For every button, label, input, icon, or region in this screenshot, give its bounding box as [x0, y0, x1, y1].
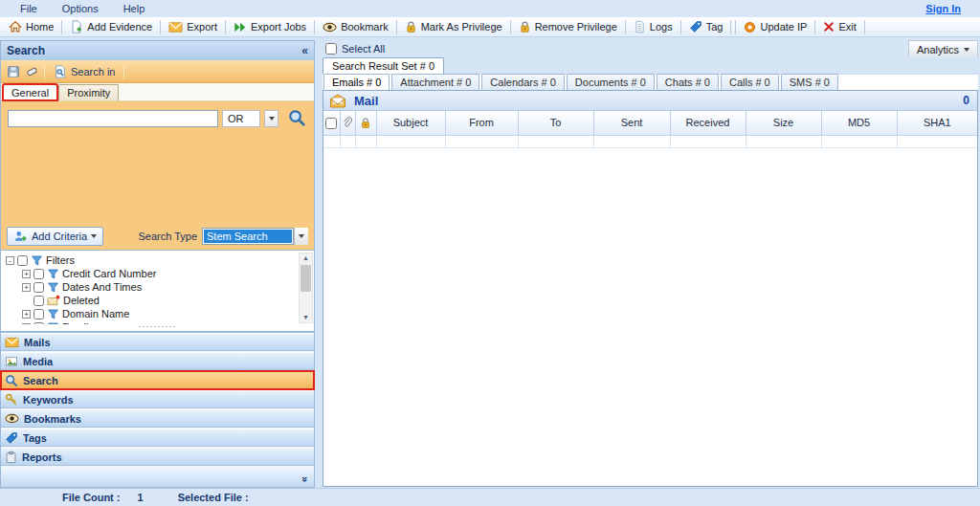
header-select-checkbox[interactable] [325, 118, 337, 129]
tree-expander-icon[interactable]: + [22, 283, 31, 292]
menu-file[interactable]: File [8, 2, 50, 16]
toolbar-separator [814, 20, 815, 34]
search-query-input[interactable] [8, 110, 218, 127]
select-all-control[interactable]: Select All [323, 43, 385, 55]
operator-dropdown-arrow[interactable] [264, 110, 278, 127]
toolbar-separator [61, 20, 62, 34]
column-header-size[interactable]: Size [746, 111, 821, 135]
column-header-sha1[interactable]: SHA1 [897, 111, 977, 135]
toolbar-separator [735, 20, 736, 34]
splitter-handle[interactable]: ·········· [1, 324, 314, 331]
file-count-value: 1 [138, 492, 144, 503]
column-header-md5[interactable]: MD5 [821, 111, 897, 135]
operator-select[interactable]: OR [222, 110, 260, 127]
scroll-up-icon[interactable]: ▲ [302, 253, 309, 263]
sidebar-item-tags[interactable]: Tags [1, 429, 314, 447]
home-button[interactable]: Home [3, 18, 59, 36]
key-icon [5, 393, 18, 406]
tab-attachment[interactable]: Attachment # 0 [391, 74, 479, 90]
tree-checkbox[interactable] [33, 296, 44, 306]
remove-privilege-label: Remove Privilege [535, 21, 617, 33]
chevron-down-icon [91, 234, 97, 238]
mark-as-privilege-button[interactable]: Mark As Privilege [399, 18, 508, 36]
column-header-to[interactable]: To [518, 111, 593, 135]
search-panel-title: Search [7, 44, 45, 57]
tab-sms[interactable]: SMS # 0 [781, 74, 838, 90]
tab-calendars[interactable]: Calendars # 0 [481, 74, 565, 90]
menu-help[interactable]: Help [111, 2, 158, 16]
tree-item-label: Credit Card Number [62, 268, 156, 279]
tree-expander-icon[interactable]: + [22, 270, 31, 278]
save-icon[interactable] [7, 65, 20, 78]
exit-button[interactable]: Exit [817, 18, 861, 36]
tab-calls[interactable]: Calls # 0 [721, 74, 779, 90]
tab-proximity[interactable]: Proximity [58, 84, 119, 100]
search-mode-tabs: General Proximity [1, 83, 314, 101]
header-attachment-cell[interactable] [340, 111, 355, 135]
tree-item-domain-name[interactable]: + Domain Name [1, 307, 314, 320]
analytics-dropdown[interactable]: Analytics [908, 40, 978, 57]
tree-item-filters[interactable]: - Filters [1, 253, 314, 267]
update-ip-button[interactable]: Update IP [738, 18, 813, 36]
eraser-icon[interactable] [25, 65, 39, 77]
sidebar-item-keywords[interactable]: Keywords [1, 390, 314, 408]
select-all-checkbox[interactable] [325, 43, 337, 55]
tree-checkbox[interactable] [17, 255, 28, 266]
search-magnifier-icon[interactable] [288, 109, 306, 127]
sidebar-item-reports[interactable]: Reports [1, 448, 314, 466]
logs-button[interactable]: Logs [628, 18, 679, 36]
bookmark-label: Bookmark [341, 21, 389, 33]
tab-chats[interactable]: Chats # 0 [657, 74, 719, 90]
scroll-down-icon[interactable]: ▼ [302, 313, 309, 322]
sidebar-item-bookmarks[interactable]: Bookmarks [1, 409, 314, 428]
sidebar-item-search[interactable]: Search [1, 371, 314, 389]
bookmark-button[interactable]: Bookmark [317, 18, 394, 36]
tab-documents[interactable]: Documents # 0 [567, 74, 655, 90]
export-button[interactable]: Export [163, 18, 223, 36]
tree-checkbox[interactable] [33, 282, 44, 293]
selected-file-label: Selected File : [178, 492, 249, 503]
tree-item-deleted[interactable]: Deleted [1, 294, 314, 307]
tab-search-result-set[interactable]: Search Result Set # 0 [323, 57, 444, 74]
scroll-thumb[interactable] [301, 265, 311, 292]
add-evidence-label: Add Evidence [87, 21, 152, 33]
file-count-label: File Count : [62, 492, 121, 503]
tab-general[interactable]: General [3, 84, 57, 100]
sidebar-item-media[interactable]: Media [1, 352, 314, 370]
column-header-from[interactable]: From [445, 111, 518, 135]
search-panel: Search « Search in General Proximity OR … [0, 40, 315, 488]
menu-options[interactable]: Options [50, 2, 111, 16]
collapse-panel-icon[interactable]: « [301, 44, 308, 57]
sidebar-item-label: Tags [23, 432, 47, 444]
add-evidence-button[interactable]: Add Evidence [64, 18, 158, 36]
tree-item-dates-and-times[interactable]: + Dates And Times [1, 280, 314, 294]
tree-expander-icon[interactable]: + [22, 310, 31, 319]
search-in-label: Search in [71, 66, 115, 77]
remove-privilege-button[interactable]: Remove Privilege [513, 18, 623, 36]
add-criteria-button[interactable]: Add Criteria [7, 227, 103, 246]
more-options-icon[interactable]: » [300, 475, 311, 481]
sidebar-item-label: Search [23, 375, 58, 386]
column-header-sent[interactable]: Sent [593, 111, 670, 135]
tree-scrollbar[interactable]: ▲ ▼ [299, 253, 313, 323]
tree-checkbox[interactable] [33, 269, 44, 279]
tab-emails[interactable]: Emails # 0 [323, 74, 390, 90]
sign-in-link[interactable]: Sign In [925, 3, 961, 14]
export-icon [168, 21, 183, 33]
menu-bar: File Options Help Sign In [0, 0, 980, 17]
tree-item-credit-card-number[interactable]: + Credit Card Number [1, 267, 314, 280]
search-type-label: Search Type [138, 231, 197, 242]
toolbar-separator [225, 20, 226, 34]
tree-checkbox[interactable] [33, 309, 44, 319]
search-type-dropdown-arrow[interactable] [294, 228, 308, 245]
search-in-button[interactable]: Search in [50, 64, 119, 79]
column-header-subject[interactable]: Subject [376, 111, 445, 135]
tag-button[interactable]: Tag [683, 18, 729, 36]
tree-expander-icon[interactable]: - [6, 256, 14, 265]
column-header-received[interactable]: Received [670, 111, 746, 135]
add-evidence-icon [70, 20, 83, 33]
search-type-select[interactable]: Stem Search [202, 228, 294, 245]
header-privilege-cell[interactable] [355, 111, 376, 135]
export-jobs-button[interactable]: Export Jobs [228, 18, 312, 36]
sidebar-item-mails[interactable]: Mails [1, 333, 314, 351]
